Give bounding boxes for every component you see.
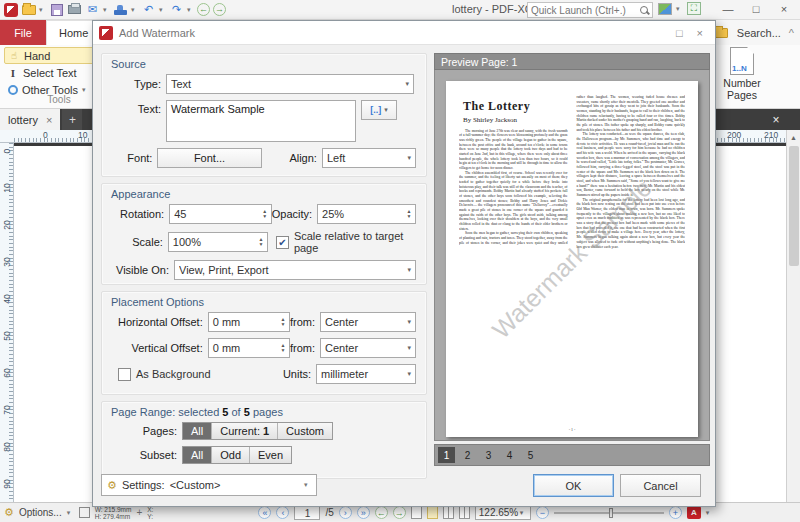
subset-all-button[interactable]: All <box>183 447 212 463</box>
dialog-maximize-icon[interactable]: □ <box>676 27 683 39</box>
chevron-down-icon: ▾ <box>304 481 311 489</box>
nav-back-icon[interactable]: ← <box>197 3 210 16</box>
macro-brackets-icon: [..] <box>370 105 381 115</box>
tab-file[interactable]: File <box>0 20 46 45</box>
email-icon[interactable]: ✉ <box>85 2 100 17</box>
pages-current-button[interactable]: Current:1 <box>212 423 278 439</box>
watermark-text-input[interactable] <box>166 100 356 142</box>
page-range-group: Page Range: selected 5 of 5 pages Pages:… <box>101 401 427 479</box>
stamp-icon[interactable] <box>114 10 127 15</box>
next-page-button[interactable]: › <box>339 506 352 519</box>
save-icon[interactable] <box>51 4 63 16</box>
close-button[interactable]: × <box>770 0 798 18</box>
quick-launch-input[interactable] <box>531 5 640 16</box>
scrollbar-thumb[interactable] <box>789 146 799 266</box>
preview-page-4[interactable]: 4 <box>501 447 518 463</box>
options-caret-icon[interactable]: ▾ <box>67 509 74 517</box>
maximize-button[interactable]: □ <box>742 0 770 18</box>
fullscreen-icon[interactable]: ⛶ <box>687 2 701 15</box>
redo-icon[interactable]: ↷ <box>169 2 184 17</box>
email-caret-icon[interactable]: ▾ <box>103 6 110 14</box>
visible-on-select[interactable]: View, Print, Export▾ <box>174 260 416 280</box>
preview-page-3[interactable]: 3 <box>480 447 497 463</box>
vertical-scrollbar[interactable]: ▲ <box>786 130 800 502</box>
zoom-slider[interactable] <box>554 512 664 514</box>
pages-custom-button[interactable]: Custom <box>278 423 332 439</box>
status-caret-icon[interactable]: ▾ <box>706 509 713 517</box>
stamp-caret-icon[interactable]: ▾ <box>131 6 138 14</box>
settings-label: Settings: <box>122 479 165 491</box>
ui-options-icon[interactable] <box>658 3 672 15</box>
opacity-spinner[interactable]: 25% ▲▼ <box>317 204 416 224</box>
dialog-title-bar[interactable]: Add Watermark □ × <box>93 21 715 45</box>
options-button[interactable]: Options... <box>19 507 62 518</box>
subset-even-button[interactable]: Even <box>250 447 291 463</box>
view-forward-button[interactable]: → <box>393 506 406 519</box>
zoom-in-button[interactable]: + <box>669 506 682 519</box>
h-from-select[interactable]: Center▾ <box>320 312 416 332</box>
preview-page-1[interactable]: 1 <box>438 447 455 463</box>
tab-bar-close-icon[interactable]: × <box>764 109 788 130</box>
minimize-button[interactable]: — <box>714 0 742 18</box>
quick-launch-box[interactable] <box>527 2 653 18</box>
print-icon[interactable] <box>68 5 81 14</box>
rotation-label: Rotation: <box>112 208 169 220</box>
units-select[interactable]: millimeter▾ <box>316 364 416 384</box>
open-file-icon[interactable] <box>22 5 36 15</box>
zoom-out-button[interactable]: − <box>536 506 549 519</box>
layout-quad-icon[interactable] <box>459 506 470 519</box>
collapse-ribbon-icon[interactable]: ^ <box>789 27 794 39</box>
document-tab[interactable]: lottery × <box>0 109 60 130</box>
search-button[interactable]: Search... <box>737 27 781 39</box>
preview-page-2[interactable]: 2 <box>459 447 476 463</box>
open-caret-icon[interactable]: ▾ <box>39 6 46 14</box>
view-back-button[interactable]: ← <box>375 506 388 519</box>
cancel-button[interactable]: Cancel <box>620 474 701 497</box>
adobe-pdf-icon[interactable]: A <box>687 506 701 519</box>
rotation-spinner[interactable]: 45 ▲▼ <box>169 204 272 224</box>
as-background-checkbox[interactable] <box>118 368 131 381</box>
zoom-slider-thumb[interactable] <box>609 508 613 518</box>
font-button[interactable]: Font... <box>157 148 261 168</box>
zoom-level-select[interactable]: 122.65% ▾ <box>475 505 531 520</box>
preview-page-5[interactable]: 5 <box>522 447 539 463</box>
vertical-offset-spinner[interactable]: 0 mm ▲▼ <box>208 338 290 358</box>
dialog-close-icon[interactable]: × <box>697 27 703 39</box>
first-page-button[interactable]: « <box>258 506 271 519</box>
scroll-up-icon[interactable]: ▲ <box>787 130 800 144</box>
last-page-button[interactable]: » <box>357 506 370 519</box>
ok-button[interactable]: OK <box>533 474 614 497</box>
scale-relative-label: Scale relative to target page <box>294 230 416 254</box>
other-tools-caret-icon: ▾ <box>82 86 89 94</box>
layout-continuous-icon[interactable] <box>427 506 438 519</box>
ui-options-caret-icon[interactable]: ▾ <box>676 5 683 13</box>
page-size-icon <box>79 507 90 518</box>
prev-page-button[interactable]: ‹ <box>276 506 289 519</box>
nav-forward-icon[interactable]: → <box>213 3 226 16</box>
undo-icon[interactable]: ↶ <box>141 2 156 17</box>
scale-spinner[interactable]: 100% ▲▼ <box>168 232 268 252</box>
v-from-select[interactable]: Center▾ <box>320 338 416 358</box>
settings-select[interactable]: ⚙ Settings: <Custom> ▾ <box>101 474 317 496</box>
macro-button[interactable]: [..] ▾ <box>361 100 397 120</box>
type-select[interactable]: Text▾ <box>166 74 414 94</box>
pages-all-button[interactable]: All <box>183 423 212 439</box>
spin-down-icon: ▼ <box>258 242 263 247</box>
horizontal-offset-spinner[interactable]: 0 mm ▲▼ <box>208 312 290 332</box>
vertical-ruler: 0 10 20 30 40 50 60 70 80 90 <box>0 143 14 502</box>
layout-single-icon[interactable] <box>411 506 422 519</box>
new-tab-button[interactable]: + <box>62 109 82 130</box>
redo-caret-icon[interactable]: ▾ <box>187 6 194 14</box>
scale-relative-checkbox[interactable]: ✔ <box>276 236 289 249</box>
document-tab-close-icon[interactable]: × <box>46 114 52 126</box>
subset-odd-button[interactable]: Odd <box>212 447 250 463</box>
align-select[interactable]: Left▾ <box>322 148 416 168</box>
page-number-input[interactable]: 1 <box>294 506 320 520</box>
layout-two-page-icon[interactable] <box>443 506 454 519</box>
text-label: Text: <box>112 103 166 115</box>
number-pages-button[interactable]: 1..N Number Pages <box>712 47 772 105</box>
options-gear-icon[interactable]: ⚙ <box>4 506 14 519</box>
preview-viewport: The Lottery By Shirley Jackson The morni… <box>434 70 710 441</box>
font-label: Font: <box>112 152 157 164</box>
undo-caret-icon[interactable]: ▾ <box>159 6 166 14</box>
